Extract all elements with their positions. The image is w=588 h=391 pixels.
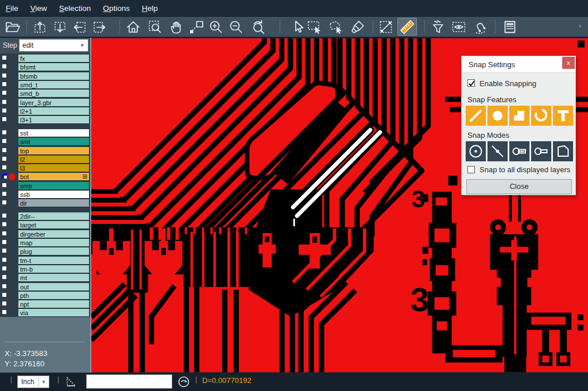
svg-text:3: 3 [411,281,429,318]
